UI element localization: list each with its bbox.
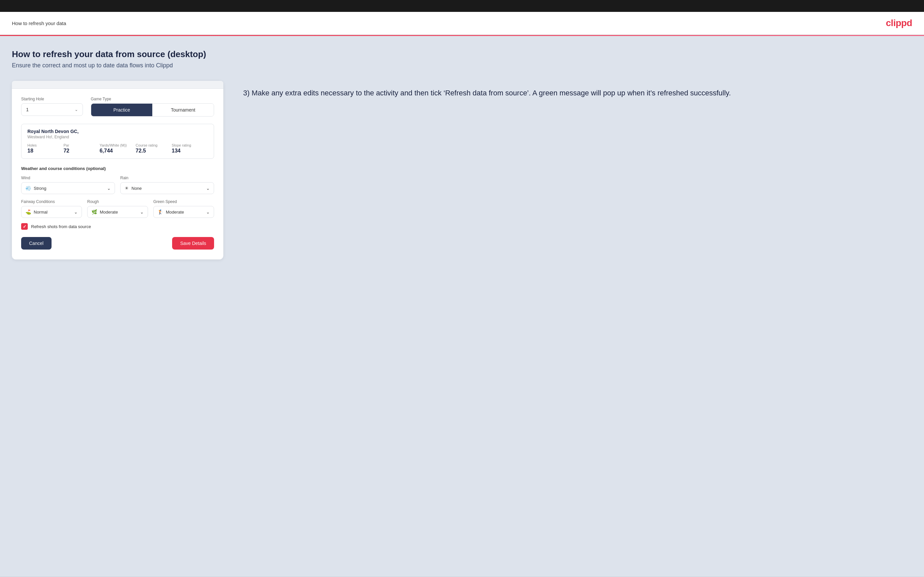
starting-hole-value: 1 <box>26 107 29 112</box>
rain-select-inner: ☀ None <box>124 185 142 191</box>
starting-hole-group: Starting Hole 1 ⌄ <box>21 97 83 116</box>
practice-button[interactable]: Practice <box>91 104 153 116</box>
rough-select[interactable]: 🌿 Moderate ⌄ <box>87 206 148 218</box>
page-heading: How to refresh your data from source (de… <box>12 49 912 60</box>
header-title: How to refresh your data <box>12 21 66 26</box>
conditions-heading: Weather and course conditions (optional) <box>21 166 214 171</box>
slope-rating-label: Slope rating <box>172 143 208 147</box>
game-type-group: Game Type Practice Tournament <box>91 97 214 116</box>
green-speed-value: Moderate <box>166 210 184 214</box>
game-type-label: Game Type <box>91 97 214 102</box>
refresh-checkbox-row: Refresh shots from data source <box>21 223 214 230</box>
course-location: Westward Ho!, England <box>27 135 208 139</box>
fairway-select-inner: ⛳ Normal <box>26 209 48 214</box>
rough-label: Rough <box>87 199 148 204</box>
yards-label: Yards/White (M)) <box>99 143 136 147</box>
starting-hole-label: Starting Hole <box>21 97 83 102</box>
green-speed-group: Green Speed 🏌 Moderate ⌄ <box>153 199 214 218</box>
green-speed-select[interactable]: 🏌 Moderate ⌄ <box>153 206 214 218</box>
side-description: 3) Make any extra edits necessary to the… <box>243 81 912 98</box>
course-info-box: Royal North Devon GC, Westward Ho!, Engl… <box>21 124 214 159</box>
refresh-checkbox[interactable] <box>21 223 28 230</box>
page-subtitle: Ensure the correct and most up to date d… <box>12 62 912 69</box>
fairway-label: Fairway Conditions <box>21 199 82 204</box>
course-rating-stat: Course rating 72.5 <box>136 143 172 154</box>
course-rating-value: 72.5 <box>136 148 172 154</box>
save-details-button[interactable]: Save Details <box>172 237 214 250</box>
fairway-group: Fairway Conditions ⛳ Normal ⌄ <box>21 199 82 218</box>
course-name: Royal North Devon GC, <box>27 129 208 134</box>
rain-label: Rain <box>120 176 214 180</box>
fairway-rough-green-row: Fairway Conditions ⛳ Normal ⌄ Rough 🌿 <box>21 199 214 218</box>
rough-group: Rough 🌿 Moderate ⌄ <box>87 199 148 218</box>
form-top-bar <box>12 81 223 89</box>
slope-rating-stat: Slope rating 134 <box>172 143 208 154</box>
wind-group: Wind 💨 Strong ⌄ <box>21 176 115 194</box>
yards-value: 6,744 <box>99 148 136 154</box>
green-speed-icon: 🏌 <box>158 209 163 214</box>
form-footer: Cancel Save Details <box>21 237 214 250</box>
rain-group: Rain ☀ None ⌄ <box>120 176 214 194</box>
side-description-text: 3) Make any extra edits necessary to the… <box>243 87 912 98</box>
green-speed-chevron-icon: ⌄ <box>206 210 210 214</box>
rain-value: None <box>131 186 142 191</box>
fairway-chevron-icon: ⌄ <box>74 210 78 214</box>
holes-stat: Holes 18 <box>27 143 63 154</box>
par-stat: Par 72 <box>63 143 99 154</box>
content-area: Starting Hole 1 ⌄ Game Type Practice Tou… <box>12 81 912 259</box>
wind-chevron-icon: ⌄ <box>107 186 111 191</box>
wind-label: Wind <box>21 176 115 180</box>
rain-icon: ☀ <box>124 185 129 191</box>
game-type-buttons: Practice Tournament <box>91 103 214 116</box>
course-stats: Holes 18 Par 72 Yards/White (M)) 6,744 C… <box>27 143 208 154</box>
wind-select-inner: 💨 Strong <box>26 185 46 191</box>
green-speed-select-inner: 🏌 Moderate <box>158 209 184 214</box>
logo: clippd <box>886 18 912 28</box>
rough-chevron-icon: ⌄ <box>140 210 144 214</box>
rough-select-inner: 🌿 Moderate <box>92 209 118 214</box>
tournament-button[interactable]: Tournament <box>152 104 214 116</box>
top-form-row: Starting Hole 1 ⌄ Game Type Practice Tou… <box>21 97 214 116</box>
rough-value: Moderate <box>100 210 118 214</box>
slope-rating-value: 134 <box>172 148 208 154</box>
header: How to refresh your data clippd <box>0 12 924 35</box>
holes-value: 18 <box>27 148 63 154</box>
refresh-checkbox-label: Refresh shots from data source <box>31 224 91 229</box>
wind-rain-row: Wind 💨 Strong ⌄ Rain ☀ None <box>21 176 214 194</box>
cancel-button[interactable]: Cancel <box>21 237 52 250</box>
par-label: Par <box>63 143 99 147</box>
holes-label: Holes <box>27 143 63 147</box>
rain-select[interactable]: ☀ None ⌄ <box>120 182 214 194</box>
par-value: 72 <box>63 148 99 154</box>
course-rating-label: Course rating <box>136 143 172 147</box>
wind-select[interactable]: 💨 Strong ⌄ <box>21 182 115 194</box>
starting-hole-select[interactable]: 1 ⌄ <box>21 103 83 116</box>
fairway-select[interactable]: ⛳ Normal ⌄ <box>21 206 82 218</box>
rough-icon: 🌿 <box>92 209 97 214</box>
yards-stat: Yards/White (M)) 6,744 <box>99 143 136 154</box>
top-bar <box>0 0 924 12</box>
starting-hole-chevron-icon: ⌄ <box>75 107 78 112</box>
form-card: Starting Hole 1 ⌄ Game Type Practice Tou… <box>12 81 223 259</box>
fairway-value: Normal <box>34 210 48 214</box>
rain-chevron-icon: ⌄ <box>206 186 210 191</box>
wind-value: Strong <box>34 186 46 191</box>
green-speed-label: Green Speed <box>153 199 214 204</box>
wind-icon: 💨 <box>26 185 31 191</box>
main-content: How to refresh your data from source (de… <box>0 36 924 577</box>
fairway-icon: ⛳ <box>26 209 31 214</box>
